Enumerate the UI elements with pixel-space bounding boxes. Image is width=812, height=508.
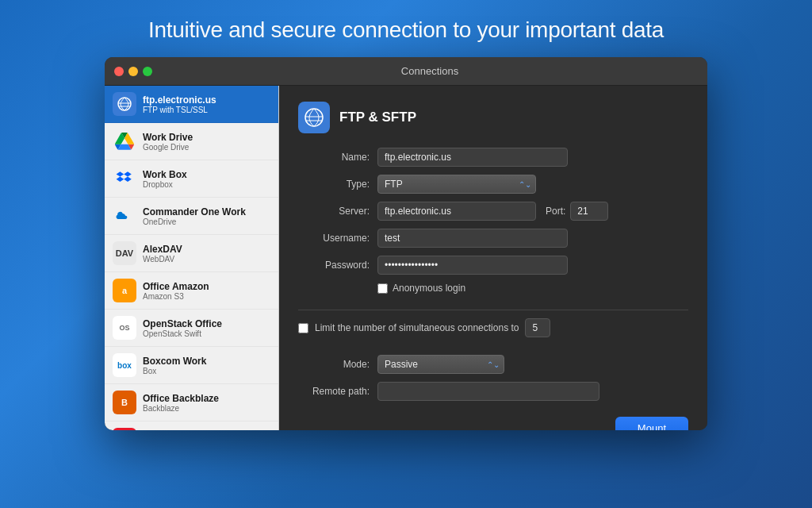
backblaze-type: Backblaze [143,404,219,413]
mode-select[interactable]: Passive Active Auto [377,355,504,374]
sidebar-item-work-box[interactable]: Work Box Dropbox [105,160,278,198]
sidebar-item-backblaze[interactable]: B Office Backblaze Backblaze [105,384,278,421]
backblaze-icon: B [113,391,136,414]
password-row: Password: [298,256,688,275]
limit-checkbox[interactable] [298,323,308,333]
limit-row: Limit the number of simultaneous connect… [298,318,688,337]
sidebar-item-ftp-electronic[interactable]: ftp.electronic.us FTP with TSL/SSL [105,86,278,123]
server-row: Server: Port: [298,202,688,221]
office-amazon-text: Office Amazon Amazon S3 [143,281,209,301]
username-input[interactable] [377,229,568,248]
port-input[interactable] [570,202,608,221]
mode-label: Mode: [298,359,370,370]
boxcom-text: Boxcom Work Box [143,356,206,375]
work-drive-name: Work Drive [143,132,193,143]
boxcom-name: Boxcom Work [143,356,206,367]
maximize-button[interactable] [143,67,152,76]
traffic-lights [114,67,152,76]
svg-point-3 [305,109,323,126]
ftp-icon [113,92,136,116]
openstack-text: OpenStack Office OpenStack Swift [143,318,222,338]
window-title: Connections [162,65,698,77]
work-box-text: Work Box Dropbox [143,169,187,189]
name-row: Name: [298,148,688,167]
webdav-icon: DAV [113,241,136,265]
openstack-icon: OS [113,316,136,340]
section-icon [298,102,330,133]
sidebar-item-mega[interactable]: M Mega Office Mega [105,421,278,430]
work-box-type: Dropbox [143,180,187,189]
type-select[interactable]: FTP SFTP FTP with TSL/SSL [377,175,536,194]
main-window: Connections ftp.electronic.us FTP with T… [105,57,707,430]
password-input[interactable] [377,256,568,275]
footer: Mount [298,409,688,430]
s3-icon: a [113,279,136,302]
divider [298,310,688,310]
title-bar: Connections [105,57,707,86]
backblaze-text: Office Backblaze Backblaze [143,393,219,413]
name-label: Name: [298,152,370,163]
ftp-text: ftp.electronic.us FTP with TSL/SSL [143,94,216,114]
remote-path-label: Remote path: [298,386,370,397]
dropbox-icon [113,167,136,190]
boxcom-type: Box [143,367,206,375]
sidebar: ftp.electronic.us FTP with TSL/SSL [105,86,279,430]
ftp-name: ftp.electronic.us [143,94,216,106]
commander-one-text: Commander One Work OneDrive [143,206,246,226]
box-icon: box [113,353,136,377]
ftp-type: FTP with TSL/SSL [143,106,216,114]
type-label: Type: [298,179,370,190]
alexdav-type: WebDAV [143,255,182,264]
type-row: Type: FTP SFTP FTP with TSL/SSL ⌃⌄ [298,175,688,194]
username-row: Username: [298,229,688,248]
main-content: FTP & SFTP Name: Type: FTP SFTP FTP with… [279,86,707,430]
username-label: Username: [298,233,370,244]
server-label: Server: [298,206,370,217]
svg-point-0 [118,98,131,110]
office-amazon-type: Amazon S3 [143,292,209,301]
type-select-wrapper: FTP SFTP FTP with TSL/SSL ⌃⌄ [377,175,536,194]
name-input[interactable] [377,148,568,167]
mode-select-wrapper: Passive Active Auto ⌃⌄ [377,355,504,374]
close-button[interactable] [114,67,124,76]
backblaze-name: Office Backblaze [143,393,219,404]
minimize-button[interactable] [128,67,138,76]
openstack-type: OpenStack Swift [143,329,222,338]
commander-one-type: OneDrive [143,217,246,226]
alexdav-text: AlexDAV WebDAV [143,244,182,264]
mega-name: Mega Office [143,430,197,431]
section-title: FTP & SFTP [339,110,416,125]
remote-path-input[interactable] [377,382,599,401]
sidebar-item-work-drive[interactable]: Work Drive Google Drive [105,123,278,160]
openstack-name: OpenStack Office [143,318,222,329]
work-drive-text: Work Drive Google Drive [143,132,193,152]
commander-one-name: Commander One Work [143,206,246,217]
onedrive-icon [113,204,136,228]
mega-icon: M [113,428,136,430]
office-amazon-name: Office Amazon [143,281,209,292]
limit-input[interactable] [525,318,550,337]
server-input[interactable] [377,202,536,221]
anonymous-label: Anonymous login [393,283,465,294]
mega-text: Mega Office Mega [143,430,197,431]
alexdav-name: AlexDAV [143,244,182,255]
work-drive-type: Google Drive [143,143,193,152]
anonymous-checkbox[interactable] [377,283,388,294]
sidebar-item-commander-one[interactable]: Commander One Work OneDrive [105,198,278,235]
sidebar-item-office-amazon[interactable]: a Office Amazon Amazon S3 [105,272,278,310]
mount-button[interactable]: Mount [615,417,688,430]
password-label: Password: [298,260,370,271]
gdrive-icon [113,129,136,153]
remote-path-row: Remote path: [298,382,688,401]
port-label: Port: [546,206,565,217]
anonymous-row: Anonymous login [377,283,688,294]
sidebar-item-openstack[interactable]: OS OpenStack Office OpenStack Swift [105,310,278,347]
section-header: FTP & SFTP [298,102,688,133]
sidebar-item-boxcom[interactable]: box Boxcom Work Box [105,347,278,384]
limit-label: Limit the number of simultaneous connect… [315,322,519,333]
sidebar-item-alexdav[interactable]: DAV AlexDAV WebDAV [105,235,278,272]
work-box-name: Work Box [143,169,187,180]
window-body: ftp.electronic.us FTP with TSL/SSL [105,86,707,430]
hero-text: Intuitive and secure connection to your … [132,0,680,57]
mode-row: Mode: Passive Active Auto ⌃⌄ [298,355,688,374]
